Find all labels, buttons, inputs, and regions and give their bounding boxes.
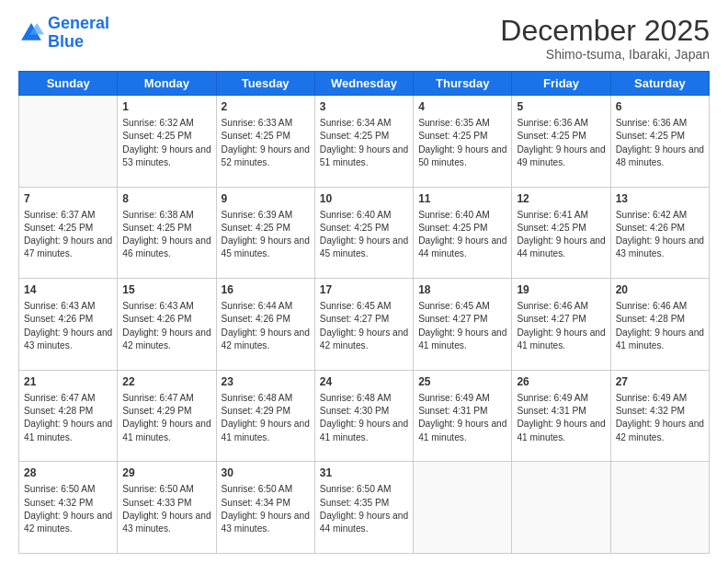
sunset-text: Sunset: 4:25 PM [517,131,586,141]
weekday-header-wednesday: Wednesday [314,72,413,96]
calendar-cell: 13Sunrise: 6:42 AMSunset: 4:26 PMDayligh… [610,187,709,279]
calendar-cell: 4Sunrise: 6:35 AMSunset: 4:25 PMDaylight… [414,96,512,188]
sunrise-text: Sunrise: 6:49 AM [517,393,588,403]
day-number: 25 [418,374,506,390]
week-row-1: 1Sunrise: 6:32 AMSunset: 4:25 PMDaylight… [19,96,710,188]
day-number: 11 [418,191,506,207]
calendar-cell [414,462,512,554]
day-number: 10 [320,191,408,207]
sunset-text: Sunset: 4:35 PM [320,498,389,508]
daylight-text: Daylight: 9 hours and 43 minutes. [122,511,210,534]
logo: General Blue [18,15,109,52]
sunrise-text: Sunrise: 6:44 AM [222,301,293,311]
day-number: 30 [222,465,310,481]
daylight-text: Daylight: 9 hours and 44 minutes. [320,511,408,534]
sunset-text: Sunset: 4:26 PM [222,314,290,324]
sunset-text: Sunset: 4:29 PM [122,406,191,416]
sunrise-text: Sunrise: 6:38 AM [122,210,194,220]
weekday-header-saturday: Saturday [610,72,709,96]
sunrise-text: Sunrise: 6:42 AM [616,210,688,220]
daylight-text: Daylight: 9 hours and 42 minutes. [222,327,310,350]
sunrise-text: Sunrise: 6:45 AM [418,301,490,311]
calendar-cell: 27Sunrise: 6:49 AMSunset: 4:32 PMDayligh… [610,370,709,462]
sunrise-text: Sunrise: 6:45 AM [320,301,392,311]
daylight-text: Daylight: 9 hours and 41 minutes. [24,419,112,442]
day-number: 22 [122,374,210,390]
calendar-cell: 16Sunrise: 6:44 AMSunset: 4:26 PMDayligh… [216,279,314,371]
location-subtitle: Shimo-tsuma, Ibaraki, Japan [500,47,710,62]
sunset-text: Sunset: 4:27 PM [517,314,586,324]
calendar-cell: 26Sunrise: 6:49 AMSunset: 4:31 PMDayligh… [512,370,610,462]
sunset-text: Sunset: 4:26 PM [24,314,93,324]
day-number: 6 [616,99,704,115]
page: General Blue December 2025 Shimo-tsuma, … [0,0,728,563]
day-number: 9 [222,191,310,207]
title-block: December 2025 Shimo-tsuma, Ibaraki, Japa… [500,15,710,62]
day-number: 4 [418,99,506,115]
sunrise-text: Sunrise: 6:39 AM [222,210,293,220]
daylight-text: Daylight: 9 hours and 43 minutes. [24,327,112,350]
sunset-text: Sunset: 4:27 PM [320,314,389,324]
day-number: 20 [616,282,704,298]
daylight-text: Daylight: 9 hours and 45 minutes. [320,236,408,259]
day-number: 24 [320,374,408,390]
daylight-text: Daylight: 9 hours and 48 minutes. [616,144,704,167]
daylight-text: Daylight: 9 hours and 41 minutes. [517,327,605,350]
sunset-text: Sunset: 4:26 PM [122,314,191,324]
calendar-cell: 14Sunrise: 6:43 AMSunset: 4:26 PMDayligh… [19,279,118,371]
day-number: 21 [24,374,112,390]
sunset-text: Sunset: 4:32 PM [616,406,685,416]
sunrise-text: Sunrise: 6:43 AM [122,301,194,311]
sunset-text: Sunset: 4:25 PM [24,223,93,233]
day-number: 26 [517,374,605,390]
sunset-text: Sunset: 4:25 PM [320,223,389,233]
sunset-text: Sunset: 4:25 PM [222,223,290,233]
daylight-text: Daylight: 9 hours and 41 minutes. [418,327,506,350]
month-title: December 2025 [500,15,710,47]
sunrise-text: Sunrise: 6:48 AM [320,393,392,403]
weekday-header-row: SundayMondayTuesdayWednesdayThursdayFrid… [19,72,710,96]
sunset-text: Sunset: 4:25 PM [418,223,487,233]
day-number: 14 [24,282,112,298]
daylight-text: Daylight: 9 hours and 45 minutes. [222,236,310,259]
day-number: 13 [616,191,704,207]
sunset-text: Sunset: 4:29 PM [222,406,290,416]
week-row-3: 14Sunrise: 6:43 AMSunset: 4:26 PMDayligh… [19,279,710,371]
sunset-text: Sunset: 4:25 PM [222,131,290,141]
daylight-text: Daylight: 9 hours and 41 minutes. [418,419,506,442]
calendar-cell: 20Sunrise: 6:46 AMSunset: 4:28 PMDayligh… [610,279,709,371]
sunset-text: Sunset: 4:31 PM [418,406,487,416]
daylight-text: Daylight: 9 hours and 41 minutes. [616,327,704,350]
daylight-text: Daylight: 9 hours and 52 minutes. [222,144,310,167]
calendar-cell: 8Sunrise: 6:38 AMSunset: 4:25 PMDaylight… [118,187,216,279]
daylight-text: Daylight: 9 hours and 51 minutes. [320,144,408,167]
sunrise-text: Sunrise: 6:33 AM [222,118,293,128]
calendar-cell: 12Sunrise: 6:41 AMSunset: 4:25 PMDayligh… [512,187,610,279]
sunset-text: Sunset: 4:25 PM [320,131,389,141]
sunrise-text: Sunrise: 6:36 AM [616,118,688,128]
week-row-5: 28Sunrise: 6:50 AMSunset: 4:32 PMDayligh… [19,462,710,554]
daylight-text: Daylight: 9 hours and 53 minutes. [122,144,210,167]
weekday-header-tuesday: Tuesday [216,72,314,96]
sunset-text: Sunset: 4:31 PM [517,406,586,416]
weekday-header-friday: Friday [512,72,610,96]
sunset-text: Sunset: 4:26 PM [616,223,685,233]
calendar-cell: 15Sunrise: 6:43 AMSunset: 4:26 PMDayligh… [118,279,216,371]
daylight-text: Daylight: 9 hours and 46 minutes. [122,236,210,259]
calendar-cell: 28Sunrise: 6:50 AMSunset: 4:32 PMDayligh… [19,462,118,554]
calendar-cell: 29Sunrise: 6:50 AMSunset: 4:33 PMDayligh… [118,462,216,554]
sunrise-text: Sunrise: 6:47 AM [24,393,96,403]
daylight-text: Daylight: 9 hours and 41 minutes. [320,419,408,442]
sunrise-text: Sunrise: 6:48 AM [222,393,293,403]
daylight-text: Daylight: 9 hours and 43 minutes. [616,236,704,259]
calendar-cell: 18Sunrise: 6:45 AMSunset: 4:27 PMDayligh… [414,279,512,371]
sunset-text: Sunset: 4:25 PM [517,223,586,233]
daylight-text: Daylight: 9 hours and 50 minutes. [418,144,506,167]
calendar-cell: 7Sunrise: 6:37 AMSunset: 4:25 PMDaylight… [19,187,118,279]
calendar-cell: 6Sunrise: 6:36 AMSunset: 4:25 PMDaylight… [610,96,709,188]
sunset-text: Sunset: 4:28 PM [616,314,685,324]
calendar-cell: 25Sunrise: 6:49 AMSunset: 4:31 PMDayligh… [414,370,512,462]
calendar-cell: 30Sunrise: 6:50 AMSunset: 4:34 PMDayligh… [216,462,314,554]
sunrise-text: Sunrise: 6:50 AM [122,484,194,494]
calendar-cell: 19Sunrise: 6:46 AMSunset: 4:27 PMDayligh… [512,279,610,371]
